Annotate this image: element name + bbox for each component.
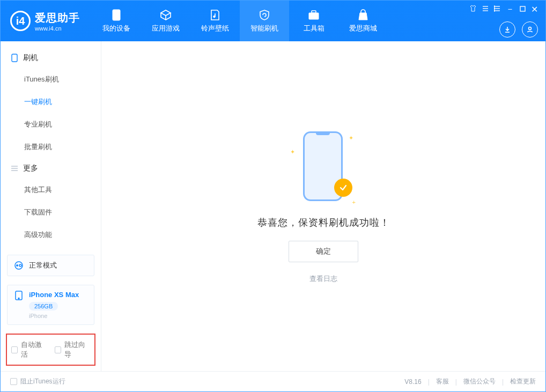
maximize-button[interactable] [520, 6, 526, 13]
svg-rect-13 [520, 6, 525, 11]
checkbox-label: 跳过向导 [64, 340, 90, 359]
device-box[interactable]: iPhone XS Max 256GB iPhone [7, 285, 94, 325]
nav-shop[interactable]: 爱思商城 [338, 1, 388, 41]
ok-button[interactable]: 确定 [289, 241, 358, 262]
device-name: iPhone XS Max [29, 291, 79, 299]
svg-point-11 [494, 8, 495, 9]
svg-rect-0 [113, 10, 120, 20]
device-icon [110, 9, 123, 21]
sidebar-item-oneclick-flash[interactable]: 一键刷机 [1, 91, 101, 113]
svg-rect-2 [309, 13, 319, 19]
main-content: ✦ ✦ + 恭喜您，保资料刷机成功啦！ 确定 查看日志 [101, 41, 545, 371]
device-icon [14, 291, 24, 300]
sidebar-item-batch-flash[interactable]: 批量刷机 [1, 136, 101, 158]
sparkle-icon: ✦ [349, 135, 353, 142]
svg-point-1 [213, 16, 216, 18]
svg-point-10 [494, 6, 495, 7]
nav-label: 铃声壁纸 [201, 24, 229, 33]
svg-point-14 [529, 27, 532, 30]
sidebar-item-itunes-flash[interactable]: iTunes刷机 [1, 68, 101, 91]
sidebar-section-more: 更多 [1, 158, 101, 179]
device-type: iPhone [29, 313, 79, 319]
user-icon[interactable] [522, 21, 538, 38]
checkbox-skip-guide[interactable]: 跳过向导 [55, 340, 91, 359]
footer-link-update[interactable]: 检查更新 [510, 377, 536, 386]
checkbox-icon [55, 346, 61, 353]
tshirt-icon[interactable] [469, 5, 477, 14]
footer-link-wechat[interactable]: 微信公众号 [463, 377, 496, 386]
nav-apps[interactable]: 应用游戏 [141, 1, 190, 41]
footer-link-support[interactable]: 客服 [436, 377, 449, 386]
sidebar-options-highlighted: 自动激活 跳过向导 [6, 334, 95, 366]
svg-point-12 [494, 10, 495, 11]
section-title: 刷机 [23, 53, 38, 63]
sidebar-item-pro-flash[interactable]: 专业刷机 [1, 113, 101, 136]
view-log-link[interactable]: 查看日志 [309, 274, 337, 284]
nav-flash[interactable]: 智能刷机 [240, 1, 289, 41]
nav-ringtones[interactable]: 铃声壁纸 [190, 1, 240, 41]
nav-label: 爱思商城 [349, 24, 377, 33]
check-badge-icon [334, 179, 352, 197]
toolbox-icon [307, 9, 320, 21]
checkbox-icon [10, 378, 17, 385]
nav-label: 应用游戏 [152, 24, 180, 33]
checkbox-auto-activate[interactable]: 自动激活 [11, 340, 47, 359]
shop-icon [357, 9, 370, 21]
checkbox-icon [11, 346, 18, 353]
checkbox-block-itunes[interactable]: 阻止iTunes运行 [10, 377, 65, 386]
mode-icon [14, 261, 24, 270]
mode-box[interactable]: 正常模式 [7, 255, 94, 276]
sparkle-icon: + [352, 199, 356, 205]
footer: 阻止iTunes运行 V8.16 | 客服 | 微信公众号 | 检查更新 [1, 371, 545, 391]
app-header: i4 爱思助手 www.i4.cn 我的设备 应用游戏 铃声壁纸 智能刷机 工具… [1, 1, 545, 41]
sidebar-section-flash: 刷机 [1, 48, 101, 68]
logo-icon: i4 [10, 11, 31, 31]
svg-point-20 [16, 264, 18, 267]
phone-icon [10, 54, 19, 62]
section-title: 更多 [23, 164, 38, 173]
logo: i4 爱思助手 www.i4.cn [1, 1, 92, 41]
sidebar: 刷机 iTunes刷机 一键刷机 专业刷机 批量刷机 更多 其他工具 下载固件 … [1, 41, 101, 371]
nav-my-device[interactable]: 我的设备 [92, 1, 141, 41]
window-controls: － ✕ [469, 4, 538, 15]
sidebar-item-advanced[interactable]: 高级功能 [1, 224, 101, 246]
sidebar-item-download-firmware[interactable]: 下载固件 [1, 201, 101, 224]
top-nav: 我的设备 应用游戏 铃声壁纸 智能刷机 工具箱 爱思商城 [92, 1, 388, 41]
sidebar-item-other-tools[interactable]: 其他工具 [1, 179, 101, 201]
svg-point-21 [19, 264, 21, 267]
nav-toolbox[interactable]: 工具箱 [289, 1, 338, 41]
checkbox-label: 阻止iTunes运行 [20, 377, 65, 386]
nav-label: 工具箱 [304, 24, 324, 33]
menu-icon[interactable] [482, 5, 489, 13]
svg-rect-3 [312, 11, 316, 13]
list-icon[interactable] [494, 5, 500, 13]
nav-label: 我的设备 [102, 24, 130, 33]
mode-label: 正常模式 [29, 261, 57, 270]
success-illustration: ✦ ✦ + [291, 129, 356, 204]
download-icon[interactable] [499, 21, 515, 38]
close-button[interactable]: ✕ [531, 4, 538, 14]
nav-label: 智能刷机 [250, 24, 278, 33]
svg-rect-15 [12, 54, 17, 62]
success-message: 恭喜您，保资料刷机成功啦！ [257, 216, 390, 229]
minimize-button[interactable]: － [506, 4, 514, 15]
sparkle-icon: ✦ [290, 149, 295, 156]
device-capacity: 256GB [29, 302, 58, 310]
app-name: 爱思助手 [35, 11, 80, 25]
refresh-shield-icon [258, 9, 271, 21]
more-icon [10, 164, 19, 173]
checkbox-label: 自动激活 [21, 340, 47, 359]
version-label: V8.16 [404, 378, 421, 386]
body: 刷机 iTunes刷机 一键刷机 专业刷机 批量刷机 更多 其他工具 下载固件 … [1, 41, 545, 371]
svg-point-23 [18, 298, 19, 299]
cube-icon [159, 9, 172, 21]
app-url: www.i4.cn [35, 25, 80, 32]
header-right: － ✕ [462, 1, 545, 41]
music-file-icon [209, 9, 222, 21]
